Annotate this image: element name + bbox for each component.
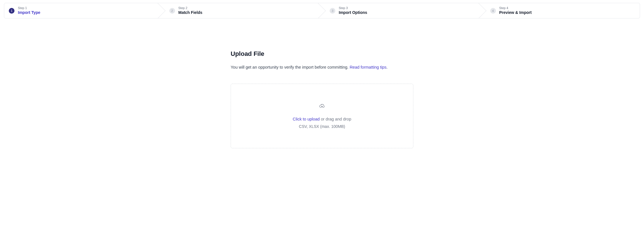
step-match-fields[interactable]: 2 Step 2 Match Fields — [159, 3, 319, 18]
step-title: Preview & Import — [499, 10, 532, 15]
dropzone-cta: Click to upload or drag and drop — [293, 117, 351, 121]
step-smalllabel: Step 4 — [499, 6, 532, 10]
step-title: Import Type — [18, 10, 40, 15]
step-preview-import[interactable]: 4 Step 4 Preview & Import — [479, 3, 640, 18]
file-dropzone[interactable]: Click to upload or drag and drop CSV, XL… — [231, 84, 413, 148]
step-title: Match Fields — [178, 10, 203, 15]
step-smalllabel: Step 1 — [18, 6, 40, 10]
file-hint: CSV, XLSX (max. 100MB) — [299, 124, 345, 129]
step-title: Import Options — [339, 10, 367, 15]
upload-description: You will get an opportunity to verify th… — [231, 64, 413, 71]
step-import-type[interactable]: 1 Step 1 Import Type — [4, 3, 159, 18]
upload-cloud-icon — [319, 103, 325, 109]
description-text: You will get an opportunity to verify th… — [231, 65, 350, 69]
description-suffix: . — [386, 65, 388, 69]
cta-suffix: or drag and drop — [320, 117, 351, 121]
step-bullet: 4 — [490, 8, 496, 14]
step-import-options[interactable]: 3 Step 3 Import Options — [319, 3, 479, 18]
stepper: 1 Step 1 Import Type 2 Step 2 Match Fiel… — [4, 3, 640, 18]
formatting-tips-link[interactable]: Read formatting tips — [350, 65, 386, 69]
step-bullet: 3 — [330, 8, 335, 14]
page-title: Upload File — [231, 50, 413, 58]
click-to-upload-text: Click to upload — [293, 117, 320, 121]
step-smalllabel: Step 2 — [178, 6, 203, 10]
step-smalllabel: Step 3 — [339, 6, 367, 10]
step-bullet: 2 — [169, 8, 175, 14]
step-bullet: 1 — [9, 8, 14, 14]
